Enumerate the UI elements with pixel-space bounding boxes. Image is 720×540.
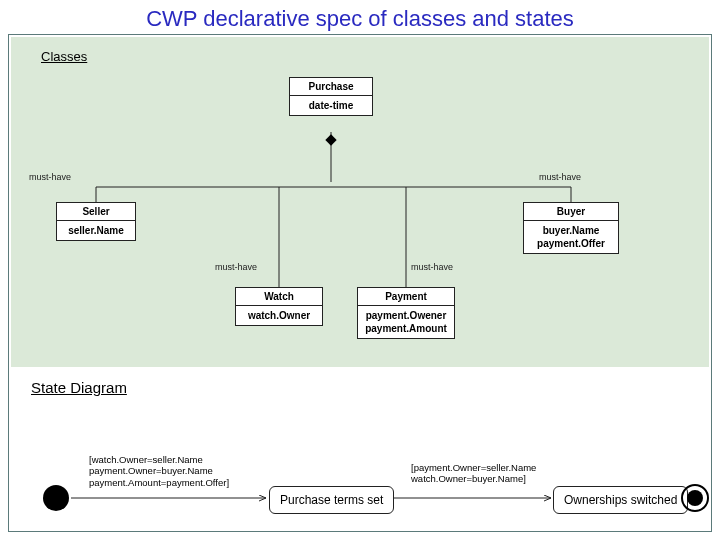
assoc-label-buyer: must-have — [539, 172, 581, 182]
state-section-label: State Diagram — [31, 379, 127, 396]
class-watch-name: Watch — [236, 288, 322, 306]
class-buyer-attrs: buyer.Name payment.Offer — [524, 221, 618, 253]
class-purchase-attr: date-time — [290, 96, 372, 115]
class-payment-attrs: payment.Owener payment.Amount — [358, 306, 454, 338]
state-diagram-panel: [watch.Owner=seller.Name payment.Owner=b… — [11, 400, 709, 540]
classes-section-label: Classes — [41, 49, 87, 64]
transition-label-2: [payment.Owner=seller.Name watch.Owner=b… — [411, 462, 536, 485]
end-state-icon — [681, 484, 709, 512]
class-watch: Watch watch.Owner — [235, 287, 323, 326]
class-seller-attr: seller.Name — [57, 221, 135, 240]
end-state-inner-icon — [687, 490, 703, 506]
transition-label-1: [watch.Owner=seller.Name payment.Owner=b… — [89, 454, 229, 488]
start-state-icon — [43, 485, 69, 511]
assoc-label-watch: must-have — [215, 262, 257, 272]
class-seller: Seller seller.Name — [56, 202, 136, 241]
class-buyer: Buyer buyer.Name payment.Offer — [523, 202, 619, 254]
aggregation-diamond-icon — [325, 134, 336, 145]
class-purchase: Purchase date-time — [289, 77, 373, 116]
class-purchase-name: Purchase — [290, 78, 372, 96]
state-ownerships-switched: Ownerships switched — [553, 486, 688, 514]
assoc-label-seller: must-have — [29, 172, 71, 182]
state-purchase-terms: Purchase terms set — [269, 486, 394, 514]
class-payment-name: Payment — [358, 288, 454, 306]
page-title: CWP declarative spec of classes and stat… — [0, 0, 720, 34]
class-seller-name: Seller — [57, 203, 135, 221]
assoc-label-payment: must-have — [411, 262, 453, 272]
class-payment: Payment payment.Owener payment.Amount — [357, 287, 455, 339]
class-buyer-name: Buyer — [524, 203, 618, 221]
class-watch-attr: watch.Owner — [236, 306, 322, 325]
classes-panel: Classes Purchase date-time Seller seller… — [11, 37, 709, 367]
diagram-frame: Classes Purchase date-time Seller seller… — [8, 34, 712, 532]
